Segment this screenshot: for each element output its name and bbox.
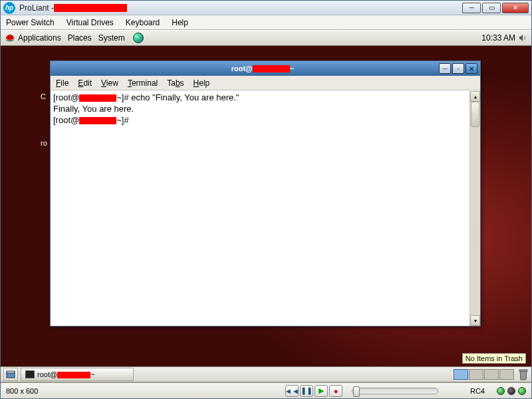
pause-button[interactable]: ❚❚ bbox=[300, 385, 313, 397]
menu-virtual-drives[interactable]: Virtual Drives bbox=[66, 18, 114, 27]
gnome-desktop[interactable]: C ro root@~ ─ ▫ ✕ FFileile Edit View Ter… bbox=[1, 46, 531, 366]
led-1-icon bbox=[497, 387, 505, 395]
desktop-icon-computer-label[interactable]: C bbox=[41, 92, 46, 100]
gnome-menu-system[interactable]: System bbox=[98, 33, 125, 43]
svg-rect-2 bbox=[519, 370, 527, 371]
trash-icon[interactable] bbox=[518, 368, 529, 380]
rewind-button[interactable]: ◄◄ bbox=[285, 385, 299, 397]
ilo-statusbar: 532 x 399 ◄◄ ❚❚ ▶ ● RC4 bbox=[1, 382, 531, 398]
terminal-scrollbar[interactable]: ▴ ▾ bbox=[469, 91, 480, 326]
menu-power-switch[interactable]: Power Switch bbox=[6, 18, 55, 27]
redacted-block bbox=[54, 4, 127, 12]
outer-window-titlebar[interactable]: hp ProLiant - ─ ▭ ✕ bbox=[1, 1, 531, 15]
menu-help[interactable]: Help bbox=[172, 18, 188, 27]
play-button[interactable]: ▶ bbox=[315, 385, 328, 397]
terminal-menu-terminal[interactable]: Terminal bbox=[128, 78, 158, 88]
taskbar-item-terminal[interactable]: root@~ bbox=[21, 368, 134, 381]
terminal-menu-edit[interactable]: Edit bbox=[78, 78, 92, 88]
status-leds bbox=[497, 387, 526, 395]
outer-window-title: ProLiant - bbox=[19, 3, 127, 13]
workspace-switcher bbox=[454, 369, 514, 380]
scroll-track[interactable] bbox=[470, 102, 480, 315]
svg-rect-1 bbox=[7, 371, 15, 373]
hp-logo-icon: hp bbox=[3, 2, 15, 14]
terminal-menubar: FFileile Edit View Terminal Tabs Help bbox=[51, 76, 480, 90]
taskbar-item-label: root@~ bbox=[37, 370, 95, 378]
redacted-block bbox=[79, 117, 116, 124]
browser-icon[interactable] bbox=[133, 33, 144, 43]
close-button[interactable]: ✕ bbox=[502, 3, 529, 13]
trash-tooltip: No Items in Trash bbox=[462, 353, 526, 364]
transport-controls: ◄◄ ❚❚ ▶ ● bbox=[285, 385, 342, 397]
rc-label: RC4 bbox=[470, 387, 485, 395]
terminal-close-button[interactable]: ✕ bbox=[466, 63, 477, 74]
menu-keyboard[interactable]: Keyboard bbox=[126, 18, 160, 27]
slider-thumb[interactable] bbox=[353, 386, 360, 397]
clock[interactable]: 10:33 AM bbox=[481, 33, 515, 43]
playback-slider[interactable] bbox=[352, 388, 438, 394]
workspace-1[interactable] bbox=[454, 369, 468, 380]
workspace-4[interactable] bbox=[499, 369, 514, 380]
ilo-menubar: Power Switch Virtual Drives Keyboard Hel… bbox=[1, 15, 531, 30]
desktop-icon-home-label[interactable]: ro bbox=[41, 139, 47, 147]
redhat-icon[interactable] bbox=[5, 33, 15, 43]
terminal-window[interactable]: root@~ ─ ▫ ✕ FFileile Edit View Terminal… bbox=[50, 61, 481, 327]
resolution-label: 532 x 399 bbox=[6, 387, 38, 395]
terminal-menu-view[interactable]: View bbox=[101, 78, 118, 88]
workspace-3[interactable] bbox=[484, 369, 499, 380]
led-2-icon bbox=[507, 387, 515, 395]
terminal-menu-file[interactable]: FFileile bbox=[56, 78, 68, 88]
terminal-icon bbox=[25, 370, 35, 378]
gnome-bottom-panel: root@~ bbox=[1, 366, 531, 382]
terminal-menu-tabs[interactable]: Tabs bbox=[167, 78, 184, 88]
terminal-menu-help[interactable]: Help bbox=[194, 78, 210, 88]
gnome-menu-applications[interactable]: Applications bbox=[18, 33, 61, 43]
gnome-menu-places[interactable]: Places bbox=[68, 33, 92, 43]
show-desktop-button[interactable] bbox=[3, 368, 18, 381]
scroll-thumb[interactable] bbox=[471, 102, 479, 127]
maximize-button[interactable]: ▭ bbox=[482, 3, 501, 13]
terminal-output[interactable]: [root@~]# echo "Finally, You are here." … bbox=[51, 91, 469, 326]
redacted-block bbox=[57, 372, 90, 378]
scroll-up-button[interactable]: ▴ bbox=[470, 91, 480, 102]
led-3-icon bbox=[518, 387, 526, 395]
redacted-block bbox=[253, 65, 290, 72]
scroll-down-button[interactable]: ▾ bbox=[470, 315, 480, 326]
minimize-button[interactable]: ─ bbox=[462, 3, 481, 13]
volume-icon[interactable] bbox=[518, 33, 527, 43]
gnome-top-panel: Applications Places System 10:33 AM bbox=[1, 30, 531, 46]
terminal-minimize-button[interactable]: ─ bbox=[439, 63, 451, 74]
redacted-block bbox=[79, 94, 116, 102]
record-button[interactable]: ● bbox=[329, 385, 342, 397]
terminal-title: root@~ bbox=[231, 65, 295, 72]
terminal-titlebar[interactable]: root@~ ─ ▫ ✕ bbox=[51, 61, 480, 76]
terminal-maximize-button[interactable]: ▫ bbox=[452, 63, 464, 74]
workspace-2[interactable] bbox=[469, 369, 483, 380]
